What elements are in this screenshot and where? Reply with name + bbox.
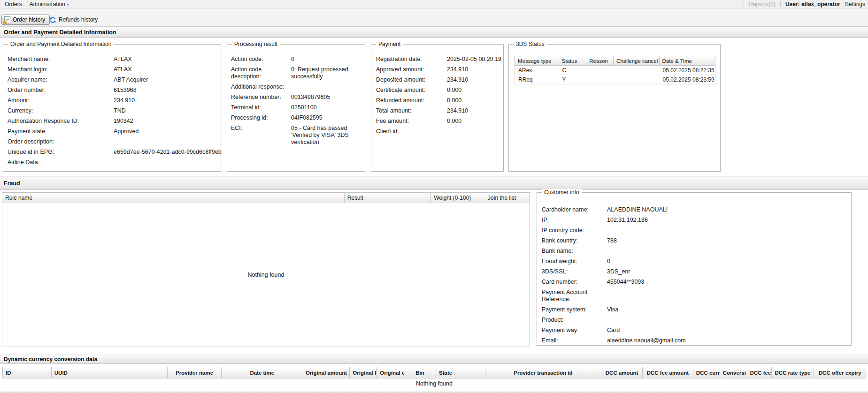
column-header[interactable]: Message type [515, 56, 559, 65]
field-value [607, 317, 847, 324]
field-value: 788 [607, 237, 847, 244]
table-cell: 05.02.2025 08:23:59 [660, 75, 715, 84]
table-header-row: Message typeStatusReasonChallenge cancel… [515, 56, 715, 66]
column-header[interactable]: Original amount [303, 367, 350, 378]
field-label: Card number: [542, 279, 607, 286]
menu-item-orders[interactable]: Orders [3, 1, 28, 8]
table-cell [586, 75, 614, 84]
field-value: 02501100 [291, 104, 361, 111]
field-row: ECI:05 - Card has passed 'Verified by VI… [231, 125, 361, 146]
column-header[interactable]: Result [345, 193, 431, 203]
field-value [607, 227, 847, 234]
field-label: Payment way: [542, 327, 607, 334]
field-value: 6153968 [114, 87, 221, 94]
field-label: Deposited amount: [376, 76, 447, 83]
column-header[interactable]: Original f [350, 367, 377, 378]
field-value: e659d7ee-5670-42d1-adc0-99cd6c8ff9eb [114, 149, 222, 156]
column-header[interactable]: Weight (0-100) [431, 193, 474, 203]
field-row: Card number:455044**3093 [542, 279, 847, 286]
field-label: Registration date: [376, 56, 447, 63]
column-header[interactable]: Provider name [168, 367, 222, 378]
field-row: Cardholder name:ALAEDDINE NAOUALI [542, 206, 847, 213]
field-row: Registration date:2025-02-05 08:20:19 [376, 56, 502, 63]
column-header[interactable]: Reason [586, 56, 614, 65]
column-header[interactable]: Provider transaction id [485, 367, 601, 378]
field-row: Airline Data: [8, 159, 221, 166]
column-header[interactable]: UUID [52, 367, 168, 378]
field-label: Total amount: [376, 107, 447, 114]
field-value: ABT Acquirer [114, 76, 221, 83]
field-row: Client id: [376, 128, 502, 135]
refunds-history-button[interactable]: Refunds history [46, 15, 101, 25]
field-row: Payment Account Reference: [542, 289, 847, 303]
column-header[interactable]: DCC fee amount [643, 367, 693, 378]
column-header[interactable]: ID [3, 367, 52, 378]
field-label: Approved amount: [376, 66, 447, 73]
column-header[interactable]: DCC offer expiry [814, 367, 866, 378]
field-value: alaeddine.naouali@gmail.com [607, 337, 847, 344]
column-header[interactable]: Bin [404, 367, 436, 378]
field-label: IP country code: [542, 227, 607, 234]
fieldset-payment-legend: Payment [376, 41, 403, 47]
field-label: Airline Data: [8, 159, 114, 166]
field-value [114, 159, 221, 166]
field-label: Payment Account Reference: [542, 289, 607, 303]
column-header[interactable]: Challenge cancel [614, 56, 660, 65]
fieldset-order-info-legend: Order and Payment Detailed Information [8, 41, 114, 47]
column-header[interactable]: Date & Time [660, 56, 715, 65]
field-label: Merchant name: [8, 56, 114, 63]
table-row[interactable]: AResC05.02.2025 08:22:35 [515, 66, 715, 75]
field-label: Cardholder name: [542, 206, 607, 213]
field-value: 04IF082595 [291, 114, 361, 121]
field-label: Payment state: [8, 128, 114, 135]
column-header[interactable]: Rule name [2, 193, 345, 203]
settings-link[interactable]: Settings [845, 1, 865, 8]
field-value: 234.910 [447, 76, 502, 83]
fieldset-customer-info: Customer info Cardholder name:ALAEDDINE … [537, 192, 852, 346]
column-header[interactable]: DCC rate type [772, 367, 814, 378]
dcc-table-header: IDUUIDProvider nameDate timeOriginal amo… [2, 367, 866, 378]
field-row: Fraud weight:0 [542, 258, 847, 265]
section-header-order-payment: Order and Payment Detailed Information [0, 27, 868, 38]
field-row: Amount:234.910 [8, 97, 221, 104]
table-cell [614, 66, 660, 75]
order-history-button[interactable]: Order history [1, 15, 50, 25]
table-cell: 05.02.2025 08:22:35 [660, 66, 715, 75]
table-header-row: Rule nameResultWeight (0-100)Join the li… [2, 192, 530, 204]
column-header[interactable]: Original c [377, 367, 404, 378]
field-row: Processing id:04IF082595 [231, 114, 361, 121]
column-header[interactable]: DCC fee [747, 367, 772, 378]
field-value: 102.31.192.186 [607, 217, 847, 224]
field-value: 001349879605 [291, 94, 361, 101]
column-header[interactable]: Join the list [474, 193, 530, 203]
column-header[interactable]: Status [559, 56, 587, 65]
field-value: 234.910 [114, 97, 221, 104]
column-header[interactable]: DCC curr [693, 367, 720, 378]
field-row: Payment state:Approved [8, 128, 221, 135]
field-value: 2025-02-05 08:20:19 [447, 56, 502, 63]
field-label: Processing id: [231, 114, 291, 121]
refresh-icon [49, 16, 56, 23]
field-value: 0.000 [447, 118, 502, 125]
table-row[interactable]: RReqY05.02.2025 08:23:59 [515, 75, 715, 84]
column-header[interactable]: DCC amount [601, 367, 643, 378]
field-row: Fee amount:0.000 [376, 118, 502, 125]
field-row: Approved amount:234.910 [376, 66, 502, 73]
column-header[interactable]: Conversi [720, 367, 747, 378]
field-label: Terminal id: [231, 104, 291, 111]
field-label: Authorization Response ID: [8, 118, 114, 125]
table-cell [614, 75, 660, 84]
processing-rows: Action code:0Action code description:0: … [227, 56, 365, 149]
reports-link[interactable]: Reports(0) [749, 1, 776, 8]
column-header[interactable]: State [436, 367, 485, 378]
table-cell: RReq [515, 75, 559, 84]
column-header[interactable]: Date time [222, 367, 303, 378]
payment-rows: Registration date:2025-02-05 08:20:19App… [371, 56, 503, 138]
field-label: Currency: [8, 107, 114, 114]
field-label: Acquirer name: [8, 76, 114, 83]
field-value: 190342 [114, 118, 221, 125]
field-label: IP: [542, 217, 607, 224]
menu-item-administration[interactable]: Administration▾ [28, 1, 75, 8]
field-value: 455044**3093 [607, 279, 847, 286]
table-header-row: IDUUIDProvider nameDate timeOriginal amo… [2, 367, 866, 378]
